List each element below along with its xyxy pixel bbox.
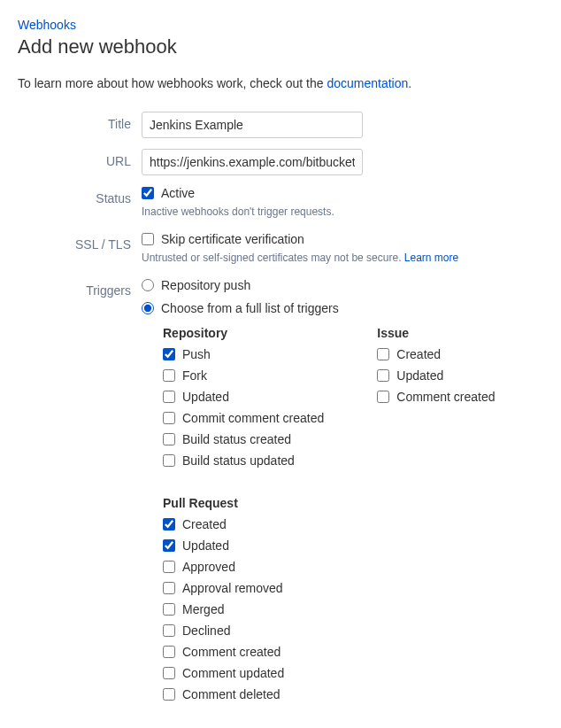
description: To learn more about how webhooks work, c…: [18, 76, 543, 90]
pull-request-trigger-item: Approval removed: [163, 581, 543, 595]
pull-request-trigger-column: Pull Request CreatedUpdatedApprovedAppro…: [163, 496, 543, 701]
status-label: Status: [18, 186, 142, 205]
issue-trigger-checkbox[interactable]: [377, 391, 389, 403]
ssl-skip-label: Skip certificate verification: [161, 232, 304, 246]
pull-request-trigger-label: Comment deleted: [182, 687, 280, 701]
repository-trigger-checkbox[interactable]: [163, 391, 175, 403]
pull-request-trigger-checkbox[interactable]: [163, 624, 175, 637]
issue-trigger-item: Comment created: [377, 390, 536, 404]
ssl-hint-text: Untrusted or self-signed certificates ma…: [142, 252, 404, 264]
repository-trigger-item: Updated: [163, 390, 324, 404]
triggers-panel: Repository PushForkUpdatedCommit comment…: [163, 326, 543, 701]
pull-request-trigger-item: Updated: [163, 538, 543, 553]
pull-request-trigger-label: Approval removed: [182, 581, 283, 595]
issue-trigger-label: Updated: [396, 368, 443, 383]
pull-request-trigger-item: Approved: [163, 560, 543, 574]
pull-request-trigger-label: Approved: [182, 560, 235, 574]
pull-request-group-title: Pull Request: [163, 496, 543, 510]
title-input[interactable]: [142, 112, 363, 138]
pull-request-trigger-label: Declined: [182, 623, 230, 638]
pull-request-trigger-item: Created: [163, 517, 543, 531]
status-active-label: Active: [161, 186, 195, 200]
pull-request-trigger-checkbox[interactable]: [163, 518, 175, 531]
pull-request-trigger-label: Comment updated: [182, 666, 284, 680]
pull-request-trigger-item: Comment deleted: [163, 687, 543, 701]
ssl-label: SSL / TLS: [18, 232, 142, 252]
url-input[interactable]: [142, 149, 363, 175]
repository-trigger-item: Build status updated: [163, 453, 324, 468]
repository-trigger-label: Updated: [182, 390, 229, 404]
triggers-repo-push-radio[interactable]: [142, 279, 154, 291]
page-title: Add new webhook: [18, 35, 543, 58]
repository-trigger-item: Push: [163, 347, 324, 361]
description-text: To learn more about how webhooks work, c…: [18, 76, 327, 90]
repository-trigger-label: Build status updated: [182, 453, 295, 468]
title-label: Title: [18, 112, 142, 131]
issue-trigger-label: Comment created: [396, 390, 495, 404]
documentation-link[interactable]: documentation: [327, 76, 408, 90]
pull-request-trigger-item: Comment updated: [163, 666, 543, 680]
status-active-checkbox[interactable]: [142, 187, 154, 199]
repository-trigger-label: Commit comment created: [182, 411, 324, 425]
ssl-learn-more-link[interactable]: Learn more: [404, 252, 458, 264]
repository-trigger-item: Commit comment created: [163, 411, 324, 425]
issue-trigger-label: Created: [396, 347, 441, 361]
triggers-label: Triggers: [18, 278, 142, 298]
triggers-full-list-label: Choose from a full list of triggers: [161, 301, 339, 315]
description-suffix: .: [408, 76, 411, 90]
breadcrumb-webhooks[interactable]: Webhooks: [18, 18, 543, 32]
pull-request-trigger-checkbox[interactable]: [163, 539, 175, 552]
triggers-repo-push-label: Repository push: [161, 278, 250, 292]
pull-request-trigger-checkbox[interactable]: [163, 582, 175, 594]
repository-trigger-item: Build status created: [163, 432, 324, 446]
url-label: URL: [18, 149, 142, 168]
issue-group-title: Issue: [377, 326, 536, 340]
status-hint: Inactive webhooks don't trigger requests…: [142, 205, 543, 218]
pull-request-trigger-item: Comment created: [163, 645, 543, 659]
pull-request-trigger-label: Comment created: [182, 645, 280, 659]
repository-trigger-checkbox[interactable]: [163, 369, 175, 382]
pull-request-trigger-checkbox[interactable]: [163, 646, 175, 658]
repository-trigger-label: Fork: [182, 368, 207, 383]
pull-request-trigger-item: Merged: [163, 602, 543, 616]
issue-trigger-item: Updated: [377, 368, 536, 383]
repository-trigger-label: Push: [182, 347, 211, 361]
pull-request-trigger-label: Created: [182, 517, 227, 531]
issue-trigger-column: Issue CreatedUpdatedComment created: [377, 326, 536, 475]
pull-request-trigger-checkbox[interactable]: [163, 667, 175, 679]
issue-trigger-checkbox[interactable]: [377, 369, 389, 382]
repository-trigger-label: Build status created: [182, 432, 291, 446]
pull-request-trigger-label: Merged: [182, 602, 224, 616]
pull-request-trigger-label: Updated: [182, 538, 229, 553]
issue-trigger-item: Created: [377, 347, 536, 361]
pull-request-trigger-checkbox[interactable]: [163, 603, 175, 616]
ssl-hint: Untrusted or self-signed certificates ma…: [142, 252, 543, 264]
repository-trigger-column: Repository PushForkUpdatedCommit comment…: [163, 326, 324, 475]
ssl-skip-checkbox[interactable]: [142, 233, 154, 245]
repository-trigger-checkbox[interactable]: [163, 454, 175, 467]
issue-trigger-checkbox[interactable]: [377, 348, 389, 360]
pull-request-trigger-item: Declined: [163, 623, 543, 638]
triggers-full-list-radio[interactable]: [142, 302, 154, 314]
repository-trigger-item: Fork: [163, 368, 324, 383]
repository-group-title: Repository: [163, 326, 324, 340]
pull-request-trigger-checkbox[interactable]: [163, 688, 175, 701]
repository-trigger-checkbox[interactable]: [163, 433, 175, 445]
repository-trigger-checkbox[interactable]: [163, 348, 175, 360]
pull-request-trigger-checkbox[interactable]: [163, 561, 175, 573]
repository-trigger-checkbox[interactable]: [163, 412, 175, 424]
